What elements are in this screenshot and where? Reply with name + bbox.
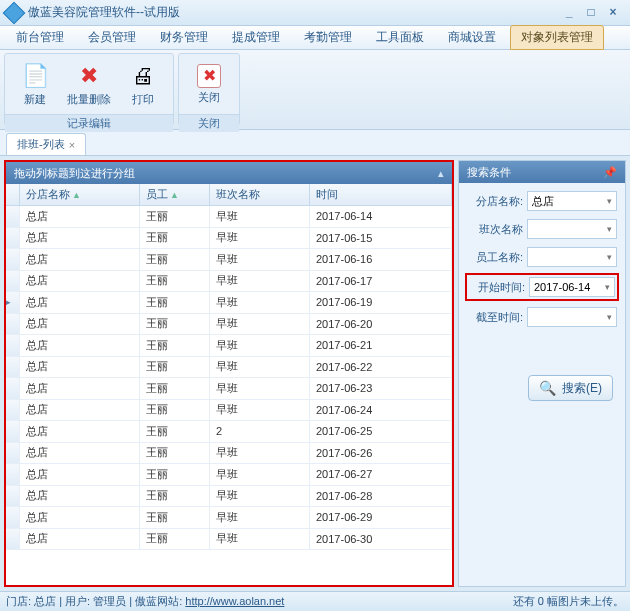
minimize-button[interactable]: _ bbox=[558, 5, 580, 21]
print-button[interactable]: 🖨打印 bbox=[119, 56, 167, 112]
group-by-bar[interactable]: 拖动列标题到这进行分组 ▴ bbox=[6, 162, 452, 184]
website-link[interactable]: http://www.aolan.net bbox=[185, 595, 284, 607]
table-row[interactable]: 总店王丽早班2017-06-28 bbox=[6, 486, 452, 508]
close-icon[interactable]: × bbox=[69, 139, 75, 151]
menu-item[interactable]: 商城设置 bbox=[438, 26, 506, 49]
table-row[interactable]: 总店王丽22017-06-25 bbox=[6, 421, 452, 443]
cell: 总店 bbox=[20, 357, 140, 378]
cell: 2017-06-28 bbox=[310, 486, 452, 507]
status-right: 还有 0 幅图片未上传。 bbox=[513, 594, 624, 609]
cell: 王丽 bbox=[140, 400, 210, 421]
row-indicator bbox=[6, 335, 20, 356]
table-row[interactable]: 总店王丽早班2017-06-21 bbox=[6, 335, 452, 357]
row-indicator bbox=[6, 271, 20, 292]
cell: 早班 bbox=[210, 443, 310, 464]
table-row[interactable]: 总店王丽早班2017-06-30 bbox=[6, 529, 452, 551]
cell: 2 bbox=[210, 421, 310, 442]
search-panel-title: 搜索条件 bbox=[467, 165, 511, 180]
menu-item[interactable]: 考勤管理 bbox=[294, 26, 362, 49]
search-button-label: 搜索(E) bbox=[562, 380, 602, 397]
row-indicator bbox=[6, 378, 20, 399]
field-label: 截至时间: bbox=[467, 310, 523, 325]
menu-item[interactable]: 提成管理 bbox=[222, 26, 290, 49]
cell: 总店 bbox=[20, 443, 140, 464]
cell: 总店 bbox=[20, 507, 140, 528]
menu-item[interactable]: 财务管理 bbox=[150, 26, 218, 49]
shift-select[interactable]: ▾ bbox=[527, 219, 617, 239]
close-button[interactable]: ✖关闭 bbox=[185, 56, 233, 112]
table-row[interactable]: 总店王丽早班2017-06-16 bbox=[6, 249, 452, 271]
menu-item[interactable]: 会员管理 bbox=[78, 26, 146, 49]
row-indicator bbox=[6, 507, 20, 528]
column-header-shift[interactable]: 班次名称 bbox=[210, 184, 310, 205]
column-header-date[interactable]: 时间 bbox=[310, 184, 452, 205]
column-header-store[interactable]: 分店名称▲ bbox=[20, 184, 140, 205]
cell: 王丽 bbox=[140, 357, 210, 378]
search-button[interactable]: 🔍 搜索(E) bbox=[528, 375, 613, 401]
column-header-employee[interactable]: 员工▲ bbox=[140, 184, 210, 205]
subtab-schedule-list[interactable]: 排班-列表 × bbox=[6, 133, 86, 155]
cell: 2017-06-30 bbox=[310, 529, 452, 550]
table-row[interactable]: 总店王丽早班2017-06-24 bbox=[6, 400, 452, 422]
table-row[interactable]: 总店王丽早班2017-06-15 bbox=[6, 228, 452, 250]
cell: 王丽 bbox=[140, 443, 210, 464]
cell: 早班 bbox=[210, 357, 310, 378]
cell: 早班 bbox=[210, 249, 310, 270]
table-row[interactable]: 总店王丽早班2017-06-22 bbox=[6, 357, 452, 379]
cell: 王丽 bbox=[140, 314, 210, 335]
cell: 总店 bbox=[20, 335, 140, 356]
pin-icon[interactable]: 📌 bbox=[603, 166, 617, 179]
cell: 王丽 bbox=[140, 378, 210, 399]
chevron-down-icon: ▾ bbox=[605, 282, 610, 292]
start-date-picker[interactable]: 2017-06-14▾ bbox=[529, 277, 615, 297]
search-button-row: 🔍 搜索(E) bbox=[467, 375, 617, 401]
maximize-button[interactable]: □ bbox=[580, 5, 602, 21]
collapse-icon[interactable]: ▴ bbox=[438, 167, 444, 180]
ribbon-group-label: 记录编辑 bbox=[5, 114, 173, 132]
cell: 2017-06-20 bbox=[310, 314, 452, 335]
table-row[interactable]: 总店王丽早班2017-06-14 bbox=[6, 206, 452, 228]
app-icon bbox=[3, 1, 26, 24]
chevron-down-icon: ▾ bbox=[607, 252, 612, 262]
table-row[interactable]: 总店王丽早班2017-06-17 bbox=[6, 271, 452, 293]
grid-body[interactable]: 总店王丽早班2017-06-14总店王丽早班2017-06-15总店王丽早班20… bbox=[6, 206, 452, 585]
cell: 早班 bbox=[210, 292, 310, 313]
cell: 总店 bbox=[20, 249, 140, 270]
menu-item[interactable]: 前台管理 bbox=[6, 26, 74, 49]
cell: 早班 bbox=[210, 529, 310, 550]
menu-item[interactable]: 对象列表管理 bbox=[510, 25, 604, 50]
row-indicator bbox=[6, 206, 20, 227]
field-start-date: 开始时间: 2017-06-14▾ bbox=[465, 273, 619, 301]
row-indicator bbox=[6, 314, 20, 335]
employee-select[interactable]: ▾ bbox=[527, 247, 617, 267]
row-indicator bbox=[6, 464, 20, 485]
search-icon: 🔍 bbox=[539, 380, 556, 396]
menu-item[interactable]: 工具面板 bbox=[366, 26, 434, 49]
close-window-button[interactable]: × bbox=[602, 5, 624, 21]
cell: 总店 bbox=[20, 314, 140, 335]
cell: 早班 bbox=[210, 486, 310, 507]
cell: 王丽 bbox=[140, 206, 210, 227]
chevron-down-icon: ▾ bbox=[607, 224, 612, 234]
cell: 总店 bbox=[20, 292, 140, 313]
cell: 2017-06-24 bbox=[310, 400, 452, 421]
new-button[interactable]: 📄新建 bbox=[11, 56, 59, 112]
table-row[interactable]: 总店王丽早班2017-06-26 bbox=[6, 443, 452, 465]
cell: 早班 bbox=[210, 335, 310, 356]
cell: 王丽 bbox=[140, 421, 210, 442]
table-row[interactable]: 总店王丽早班2017-06-29 bbox=[6, 507, 452, 529]
end-date-picker[interactable]: ▾ bbox=[527, 307, 617, 327]
table-row[interactable]: 总店王丽早班2017-06-23 bbox=[6, 378, 452, 400]
table-row[interactable]: 总店王丽早班2017-06-19 bbox=[6, 292, 452, 314]
batch-del-button[interactable]: ✖批量删除 bbox=[65, 56, 113, 112]
cell: 早班 bbox=[210, 228, 310, 249]
row-indicator-header bbox=[6, 184, 20, 205]
chevron-down-icon: ▾ bbox=[607, 196, 612, 206]
table-row[interactable]: 总店王丽早班2017-06-27 bbox=[6, 464, 452, 486]
cell: 总店 bbox=[20, 206, 140, 227]
store-select[interactable]: 总店▾ bbox=[527, 191, 617, 211]
cell: 王丽 bbox=[140, 335, 210, 356]
cell: 总店 bbox=[20, 400, 140, 421]
cell: 总店 bbox=[20, 378, 140, 399]
table-row[interactable]: 总店王丽早班2017-06-20 bbox=[6, 314, 452, 336]
